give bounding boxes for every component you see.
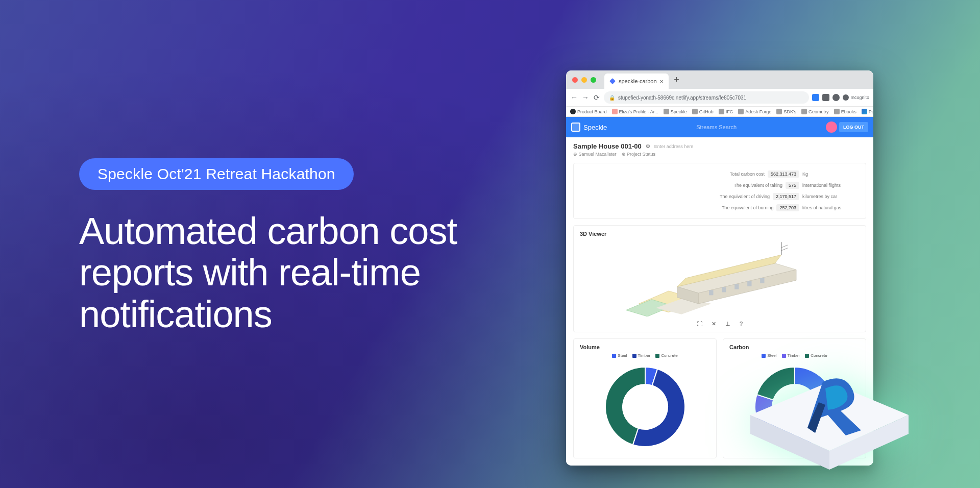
- viewer-panel: 3D Viewer: [573, 225, 866, 332]
- stat-value: 252,703: [776, 204, 799, 211]
- viewer-controls: ⛶ ✕ ⊥ ?: [580, 319, 860, 327]
- close-window-icon[interactable]: [572, 77, 578, 83]
- bookmark-item[interactable]: SDK's: [776, 109, 796, 114]
- bookmark-item[interactable]: IFC: [719, 109, 733, 114]
- revit-block-icon: [740, 336, 919, 479]
- bookmarks-bar: Product Board Eliza's Profile - Ar... Sp…: [566, 107, 873, 117]
- bookmark-item[interactable]: Speckle: [664, 109, 687, 114]
- stat-driving: The equivalent of driving 2,170,517 kilo…: [581, 191, 859, 202]
- house-model-icon: [580, 240, 860, 316]
- svg-rect-7: [709, 290, 713, 295]
- folder-icon: [692, 109, 698, 114]
- nav-reload-icon[interactable]: ⟳: [593, 93, 601, 102]
- user-avatar[interactable]: [826, 121, 837, 133]
- bookmark-item[interactable]: Product Board: [570, 109, 607, 114]
- project-status: ⊕ Project Status: [622, 152, 656, 157]
- browser-tab[interactable]: speckle-carbon ×: [604, 74, 669, 89]
- brand-text: Speckle: [583, 124, 607, 131]
- nav-forward-icon[interactable]: →: [581, 93, 590, 102]
- streams-search[interactable]: Streams Search: [612, 124, 821, 130]
- minimize-window-icon[interactable]: [581, 77, 587, 83]
- svg-rect-9: [734, 284, 739, 289]
- chart-legend: SteelTimberConcrete: [580, 353, 710, 358]
- viewer-title: 3D Viewer: [580, 231, 860, 237]
- tab-title: speckle-carbon: [619, 78, 657, 84]
- chart-title: Volume: [580, 344, 710, 350]
- lock-icon: 🔒: [609, 95, 615, 101]
- hero-pill: Speckle Oct'21 Retreat Hackathon: [79, 158, 354, 190]
- extension-icon[interactable]: [822, 94, 829, 101]
- viewer-reset-icon[interactable]: ⊥: [725, 321, 730, 327]
- revit-icon: [862, 109, 867, 114]
- stat-total-carbon: Total carbon cost 562,313.473 Kg: [581, 168, 859, 180]
- bookmark-item[interactable]: Geometry: [801, 109, 829, 114]
- folder-icon: [612, 109, 618, 114]
- bookmark-item[interactable]: Eliza's Profile - Ar...: [612, 109, 658, 114]
- address-text: stupefied-yonath-58669c.netlify.app/stre…: [618, 95, 746, 101]
- bookmark-item[interactable]: Adesk Forge: [738, 109, 771, 114]
- new-tab-button[interactable]: +: [669, 75, 684, 85]
- incognito-badge: Incognito: [843, 94, 869, 101]
- svg-line-14: [781, 248, 788, 251]
- bookmark-item[interactable]: Ebooks: [834, 109, 856, 114]
- project-title: Sample House 001-00: [573, 142, 642, 150]
- tab-close-icon[interactable]: ×: [660, 78, 664, 85]
- chart-volume: Volume SteelTimberConcrete: [573, 338, 717, 458]
- viewer-fullscreen-icon[interactable]: ⛶: [697, 321, 702, 327]
- address-bar[interactable]: 🔒 stupefied-yonath-58669c.netlify.app/st…: [604, 91, 809, 104]
- project-author: ⊕ Samuel Macalister: [573, 152, 617, 157]
- browser-toolbar: ← → ⟳ 🔒 stupefied-yonath-58669c.netlify.…: [566, 89, 873, 107]
- svg-rect-8: [722, 287, 726, 292]
- folder-icon: [776, 109, 782, 114]
- stat-value: 562,313.473: [768, 170, 799, 178]
- svg-rect-10: [747, 281, 751, 286]
- app-header: Speckle Streams Search LOG OUT: [566, 117, 873, 137]
- folder-icon: [834, 109, 840, 114]
- browser-tabbar: speckle-carbon × +: [566, 70, 873, 89]
- svg-line-13: [781, 245, 788, 248]
- stat-gas: The equivalent of burning 252,703 litres…: [581, 202, 859, 213]
- extension-icon[interactable]: [812, 94, 819, 101]
- hero: Speckle Oct'21 Retreat Hackathon Automat…: [79, 158, 554, 335]
- stat-value: 575: [786, 182, 799, 189]
- folder-icon: [738, 109, 744, 114]
- folder-icon: [719, 109, 724, 114]
- github-icon: [570, 109, 576, 114]
- stat-value: 2,170,517: [773, 193, 799, 200]
- svg-rect-11: [760, 278, 764, 283]
- donut-chart: [599, 361, 691, 453]
- bookmark-item[interactable]: Paprika (2006 film...: [862, 109, 873, 114]
- tab-favicon: [609, 78, 616, 84]
- nav-back-icon[interactable]: ←: [570, 93, 578, 102]
- logout-button[interactable]: LOG OUT: [839, 122, 868, 132]
- 3d-viewer[interactable]: ⛶ ✕ ⊥ ?: [580, 240, 860, 327]
- extension-icons: [812, 94, 840, 101]
- gear-icon[interactable]: ⚙: [646, 143, 650, 149]
- incognito-label: Incognito: [850, 95, 869, 100]
- extension-icon[interactable]: [832, 94, 840, 101]
- carbon-stats-panel: Total carbon cost 562,313.473 Kg The equ…: [573, 163, 866, 219]
- app-brand[interactable]: Speckle: [571, 123, 607, 132]
- stat-flights: The equivalent of taking 575 internation…: [581, 180, 859, 191]
- folder-icon: [801, 109, 807, 114]
- bookmark-item[interactable]: GitHub: [692, 109, 714, 114]
- address-hint[interactable]: Enter address here: [654, 144, 694, 149]
- speckle-logo-icon: [571, 123, 580, 132]
- viewer-help-icon[interactable]: ?: [740, 321, 743, 327]
- window-controls[interactable]: [566, 77, 602, 83]
- folder-icon: [664, 109, 669, 114]
- hero-headline: Automated carbon cost reports with real-…: [79, 210, 554, 335]
- incognito-icon: [843, 94, 849, 101]
- maximize-window-icon[interactable]: [591, 77, 596, 83]
- viewer-close-icon[interactable]: ✕: [712, 321, 716, 327]
- project-header: Sample House 001-00 ⚙ Enter address here: [573, 142, 866, 150]
